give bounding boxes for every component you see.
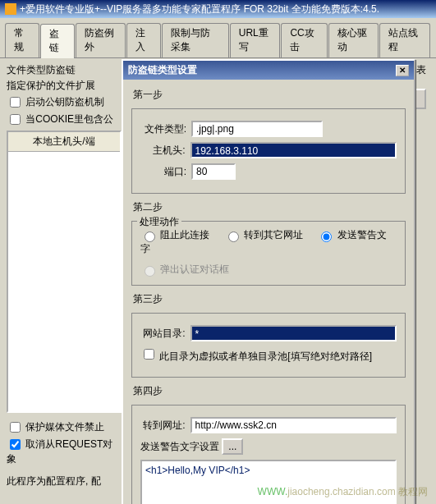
action-legend: 处理动作 — [137, 215, 181, 229]
warntext-label: 发送警告文字设置 — [140, 440, 219, 454]
tab-exception[interactable]: 防盗例外 — [76, 23, 126, 57]
cb-virtual[interactable]: 此目录为虚拟或者单独目录池[填写绝对绝对路径] — [140, 346, 372, 364]
step1-group: 文件类型: 主机头: 192.168.3.110 端口: — [131, 108, 406, 194]
action-group: 处理动作 阻止此连接 转到其它网址 发送警告文字 弹出认证对话框 — [131, 221, 406, 286]
cb-pubkey[interactable]: 启动公钥防盗机制 — [7, 96, 104, 108]
step4-label: 第四步 — [133, 384, 406, 398]
host-list[interactable]: 本地主机头/端 — [7, 131, 122, 413]
radio-authdlg: 弹出认证对话框 — [140, 263, 229, 275]
radio-redirect[interactable]: 转到其它网址 — [224, 229, 303, 241]
redirect-label: 转到网址: — [140, 419, 186, 433]
port-label: 端口: — [140, 165, 186, 179]
tab-inject[interactable]: 注入 — [126, 23, 161, 57]
warntext-browse-button[interactable]: ... — [222, 438, 243, 455]
dialog-title: 防盗链类型设置 — [128, 63, 396, 77]
cb-cookie[interactable]: 当COOKIE里包含公 — [7, 113, 113, 125]
tab-limit[interactable]: 限制与防采集 — [162, 23, 229, 57]
port-input[interactable] — [191, 163, 236, 180]
warntext-box[interactable]: <h1>Hello,My VIP</h1> — [140, 460, 397, 504]
tab-antileech[interactable]: 盗链 — [40, 24, 75, 58]
step3-label: 第三步 — [133, 292, 406, 306]
step1-label: 第一步 — [133, 88, 406, 102]
close-icon[interactable]: ✕ — [396, 65, 409, 76]
left-heading-2: 指定保护的文件扩展 — [7, 79, 122, 93]
left-heading-1: 文件类型防盗链 — [7, 63, 122, 77]
cb-media[interactable]: 保护媒体文件禁止 — [7, 421, 104, 433]
tab-threads[interactable]: 站点线程 — [379, 23, 430, 57]
host-label: 主机头: — [140, 144, 186, 158]
main-titlebar: +爱用软件专业版+--VIP服务器多功能专家配置程序 FOR 32bit 全功能… — [0, 0, 436, 18]
tab-core[interactable]: 核心驱动 — [328, 23, 379, 57]
host-input[interactable]: 192.168.3.110 — [190, 142, 397, 158]
redirect-input[interactable] — [190, 417, 397, 433]
host-list-header: 本地主机头/端 — [8, 132, 120, 152]
tab-general[interactable]: 常规 — [5, 23, 39, 57]
app-icon — [5, 3, 16, 15]
dialog-titlebar[interactable]: 防盗链类型设置 ✕ — [123, 61, 414, 80]
step4-group: 转到网址: 发送警告文字设置 ... <h1>Hello,My VIP</h1> — [131, 405, 406, 504]
window-title: +爱用软件专业版+--VIP服务器多功能专家配置程序 FOR 32bit 全功能… — [20, 2, 431, 16]
tab-cc[interactable]: CC攻击 — [281, 23, 327, 57]
dir-input[interactable]: * — [190, 325, 397, 341]
step3-group: 网站目录: * 此目录为虚拟或者单独目录池[填写绝对绝对路径] — [131, 313, 406, 378]
filetype-label: 文件类型: — [140, 122, 186, 136]
dir-label: 网站目录: — [140, 327, 186, 341]
cb-request[interactable]: 取消从REQUEST对象 — [7, 438, 112, 465]
antileech-dialog: 防盗链类型设置 ✕ 第一步 文件类型: 主机头: 192.168.3.110 端… — [122, 59, 415, 504]
radio-block[interactable]: 阻止此连接 — [140, 229, 209, 241]
step2-label: 第二步 — [133, 200, 406, 214]
tab-urlrewrite[interactable]: URL重写 — [230, 23, 281, 57]
left-panel: 文件类型防盗链 指定保护的文件扩展 启动公钥防盗机制 当COOKIE里包含公 本… — [7, 63, 122, 468]
filetype-input[interactable] — [191, 121, 323, 137]
main-tabs: 常规 盗链 防盗例外 注入 限制与防采集 URL重写 CC攻击 核心驱动 站点线… — [0, 18, 436, 58]
